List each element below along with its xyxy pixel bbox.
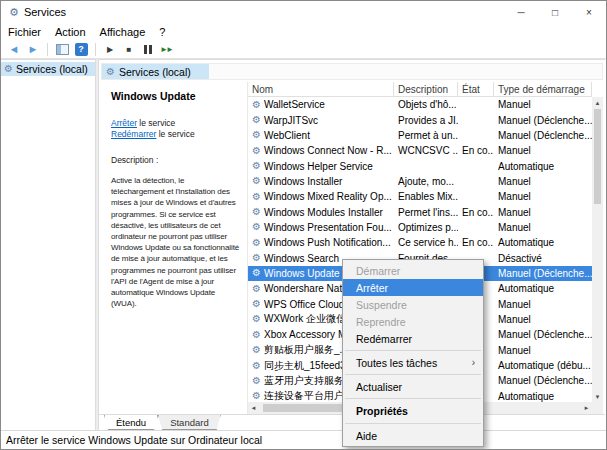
service-gear-icon: ⚙	[252, 253, 261, 263]
start-service-button[interactable]: ▶	[102, 42, 118, 57]
menu-item-aide[interactable]: Aide	[343, 427, 483, 444]
column-header-type-demarrage[interactable]: Type de démarrage	[494, 82, 592, 96]
context-menu: Démarrer Arrêter Suspendre Reprendre Red…	[342, 259, 484, 447]
scroll-right-icon[interactable]: ►	[581, 403, 592, 414]
service-gear-icon: ⚙	[252, 161, 261, 171]
service-gear-icon: ⚙	[252, 130, 261, 140]
service-name: Windows Presentation Fou...	[264, 222, 392, 233]
service-startup-type: Désactivé	[494, 250, 592, 265]
service-state	[458, 220, 494, 235]
service-gear-icon: ⚙	[252, 146, 261, 156]
vertical-scrollbar-thumb[interactable]	[594, 109, 601, 204]
service-startup-type: Manuel	[494, 204, 592, 219]
table-row[interactable]: ⚙ Windows Modules Installer Permet l'ins…	[248, 204, 592, 219]
service-name: Windows Installer	[264, 176, 342, 187]
console-tree-icon	[56, 44, 69, 55]
service-startup-type: Manuel	[494, 189, 592, 204]
service-name: WalletService	[264, 99, 325, 110]
help-button[interactable]: ?	[73, 42, 89, 57]
menu-affichage[interactable]: Affichage	[93, 26, 153, 38]
menu-separator	[345, 398, 481, 399]
table-row[interactable]: ⚙ Windows Connect Now - R... WCNCSVC ...…	[248, 143, 592, 158]
extended-info-pane: Windows Update Arrêter le service Redéma…	[101, 82, 247, 414]
menu-item-toutes-les-taches[interactable]: Toutes les tâches ›	[343, 354, 483, 371]
service-gear-icon: ⚙	[252, 100, 261, 110]
service-gear-icon: ⚙	[252, 176, 261, 186]
toolbar-separator	[47, 43, 48, 56]
service-description: Permet à un...	[394, 128, 458, 143]
menu-item-arreter[interactable]: Arrêter	[343, 279, 483, 296]
vertical-scrollbar[interactable]: ▲ ▼	[592, 97, 603, 402]
table-row[interactable]: ⚙ Windows Helper Service Automatique	[248, 158, 592, 173]
services-app-icon: ⚙	[9, 6, 19, 19]
table-row[interactable]: ⚙ Windows Installer Ajoute, mo... Manuel	[248, 174, 592, 189]
table-row[interactable]: ⚙ Windows Mixed Reality Op... Enables Mi…	[248, 189, 592, 204]
scroll-down-icon[interactable]: ▼	[592, 391, 603, 402]
service-gear-icon: ⚙	[252, 268, 261, 278]
back-button[interactable]: ◄	[6, 42, 22, 57]
pause-service-button[interactable]	[140, 42, 156, 57]
show-console-tree-button[interactable]	[54, 42, 70, 57]
service-description-text: Active la détection, le téléchargement e…	[111, 175, 240, 309]
table-row[interactable]: ⚙ WalletService Objets d'hô... Manuel	[248, 97, 592, 112]
close-button[interactable]: ×	[572, 1, 606, 23]
tab-etendu[interactable]: Étendu	[104, 415, 158, 430]
restart-service-link-suffix: le service	[156, 129, 194, 139]
service-gear-icon: ⚙	[252, 376, 261, 386]
service-startup-type: Automatique	[494, 389, 592, 402]
tree-item-services-local[interactable]: ⚙ Services (local)	[1, 62, 95, 76]
scroll-left-icon[interactable]: ◄	[248, 403, 259, 414]
service-gear-icon: ⚙	[252, 222, 261, 232]
list-header: ˆ Nom Description État Type de démarrage	[248, 82, 592, 97]
forward-button[interactable]: ►	[25, 42, 41, 57]
table-row[interactable]: ⚙ Windows Push Notification... Ce servic…	[248, 235, 592, 250]
service-gear-icon: ⚙	[252, 361, 261, 371]
service-startup-type: Manuel	[494, 296, 592, 311]
panel-header-chip[interactable]: ⚙ Services (local)	[102, 64, 209, 79]
service-startup-type: Manuel (Déclenche...	[494, 128, 592, 143]
scrollbar-corner	[592, 402, 603, 414]
service-state	[458, 112, 494, 127]
service-gear-icon: ⚙	[252, 391, 261, 401]
restart-service-link[interactable]: Redémarrer	[111, 129, 156, 139]
menu-bar: Fichier Action Affichage ?	[1, 23, 606, 40]
title-bar[interactable]: ⚙ Services ─ □ ×	[1, 1, 606, 23]
scroll-up-icon[interactable]: ▲	[592, 97, 603, 108]
menu-help[interactable]: ?	[152, 26, 172, 38]
restart-service-button[interactable]: ►►	[159, 42, 175, 57]
service-gear-icon: ⚙	[252, 299, 261, 309]
toolbar: ◄ ► ? ▶ ■ ►►	[1, 40, 606, 59]
table-row[interactable]: ⚙ WarpJITSvc Provides a JI... Manuel (Dé…	[248, 112, 592, 127]
service-startup-type: Automatique	[494, 281, 592, 296]
service-description: Optimizes p...	[394, 220, 458, 235]
toolbar-separator	[95, 43, 96, 56]
service-gear-icon: ⚙	[252, 345, 261, 355]
service-name: 剪贴板用户服务_...	[264, 343, 348, 357]
menu-item-proprietes[interactable]: Propriétés	[343, 402, 483, 420]
column-header-description[interactable]: Description	[394, 82, 458, 96]
service-name: Windows Connect Now - R...	[264, 145, 392, 156]
service-name: WarpJITSvc	[264, 115, 318, 126]
service-gear-icon: ⚙	[252, 284, 261, 294]
service-startup-type: Manuel	[494, 143, 592, 158]
minimize-button[interactable]: ─	[504, 1, 538, 23]
menu-action[interactable]: Action	[48, 26, 93, 38]
service-state	[458, 128, 494, 143]
services-window: ⚙ Services ─ □ × Fichier Action Affichag…	[0, 0, 607, 450]
menu-fichier[interactable]: Fichier	[1, 26, 48, 38]
stop-service-button[interactable]: ■	[121, 42, 137, 57]
menu-item-suspendre[interactable]: Suspendre	[343, 296, 483, 313]
table-row[interactable]: ⚙ WebClient Permet à un... Manuel (Décle…	[248, 128, 592, 143]
stop-service-link[interactable]: Arrêter	[111, 118, 137, 128]
column-header-etat[interactable]: État	[458, 82, 494, 96]
tree-item-label: Services (local)	[16, 63, 88, 75]
table-row[interactable]: ⚙ Windows Presentation Fou... Optimizes …	[248, 220, 592, 235]
column-header-nom[interactable]: ˆ Nom	[248, 82, 394, 96]
maximize-button[interactable]: □	[538, 1, 572, 23]
menu-item-redemarrer[interactable]: Redémarrer	[343, 330, 483, 347]
tab-standard[interactable]: Standard	[158, 415, 221, 430]
service-name: Windows Update	[264, 268, 340, 279]
menu-item-actualiser[interactable]: Actualiser	[343, 378, 483, 395]
menu-item-demarrer[interactable]: Démarrer	[343, 262, 483, 279]
menu-item-reprendre[interactable]: Reprendre	[343, 313, 483, 330]
